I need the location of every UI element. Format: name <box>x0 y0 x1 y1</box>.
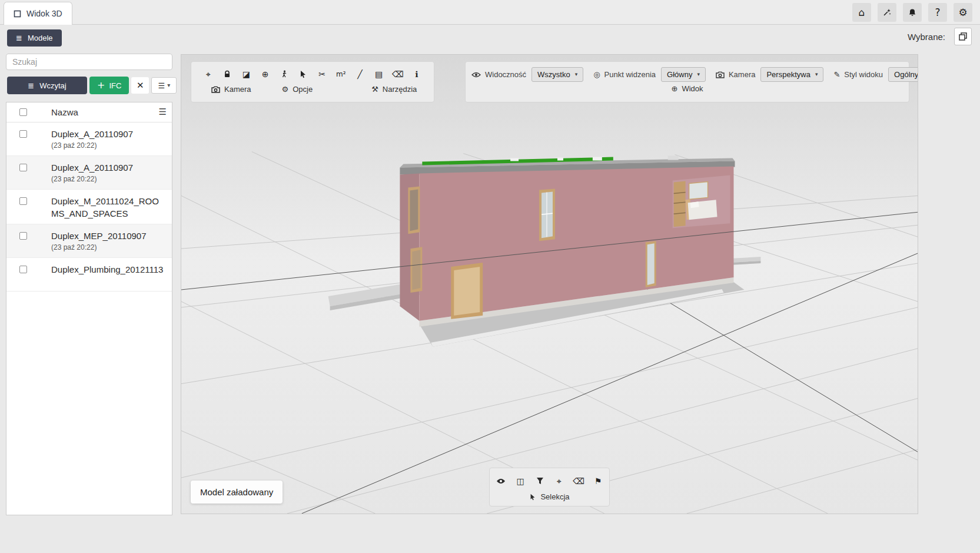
model-checkbox[interactable] <box>19 164 27 171</box>
model-checkbox[interactable] <box>19 197 27 205</box>
info-icon[interactable]: ℹ <box>410 67 424 81</box>
select-cursor-icon <box>529 494 536 501</box>
fit-view-icon[interactable]: ⌖ <box>201 67 215 81</box>
list-options-button[interactable]: ☰ ▾ <box>151 77 177 94</box>
model-row[interactable]: Duplex_M_20111024_ROOMS_AND_SPACES <box>6 190 172 224</box>
help-icon: ? <box>935 8 940 18</box>
settings-button[interactable]: ⚙ <box>954 3 972 22</box>
hide-objects-icon[interactable]: ◪ <box>239 67 253 81</box>
selection-icon-row: ◫ ⌖ ⌫ ⚑ <box>490 473 609 488</box>
notifications-button[interactable] <box>903 3 922 22</box>
model-row[interactable]: Duplex_A_20110907 (23 paź 20:22) <box>6 122 172 156</box>
model-name: Duplex_A_20110907 <box>51 128 164 140</box>
eye-icon <box>471 71 481 78</box>
chevron-down-icon: ▾ <box>575 72 578 77</box>
distance-measure-icon[interactable]: ╱ <box>353 67 367 81</box>
camera-menu[interactable]: Kamera <box>211 85 251 94</box>
camera-dropdown[interactable]: Perspektywa ▾ <box>760 67 823 82</box>
chevron-down-icon: ▾ <box>167 82 170 88</box>
scene-3d-canvas[interactable] <box>181 55 918 514</box>
search-input[interactable] <box>6 54 172 70</box>
first-person-icon[interactable] <box>277 67 291 81</box>
clear-selection-icon[interactable]: ⌫ <box>573 474 584 488</box>
model-name: Duplex_Plumbing_20121113 <box>51 263 164 276</box>
model-info: Duplex_M_20111024_ROOMS_AND_SPACES <box>51 195 164 220</box>
gear-icon: ⚙ <box>282 85 289 93</box>
lock-icon[interactable] <box>220 67 234 81</box>
view-style-dropdown[interactable]: Ogólny ▾ <box>888 67 918 82</box>
model-row[interactable]: Duplex_A_20110907 (23 paź 20:22) <box>6 156 172 190</box>
selection-panel: ◫ ⌖ ⌫ ⚑ Selekcja <box>489 468 610 506</box>
model-row[interactable]: Duplex_Plumbing_20121113 <box>6 258 172 292</box>
orbit-icon[interactable]: ⊕ <box>258 67 273 81</box>
viewpoint-dropdown[interactable]: Główny ▾ <box>661 67 706 82</box>
home-button[interactable]: ⌂ <box>852 3 871 22</box>
magic-wand-button[interactable] <box>878 3 896 22</box>
section-plane-icon[interactable]: ▤ <box>372 67 386 81</box>
select-all-checkbox[interactable] <box>19 108 27 116</box>
model-checkbox[interactable] <box>19 130 27 138</box>
tools-icon-row: ⌖ ◪ ⊕ ✂ m² ╱ ▤ ⌫ ℹ <box>197 66 428 82</box>
load-button-label: Wczytaj <box>39 81 67 90</box>
cut-icon[interactable]: ✂ <box>315 67 329 81</box>
viewport-3d[interactable]: ⌖ ◪ ⊕ ✂ m² ╱ ▤ ⌫ ℹ Kamera ⚙ <box>181 54 918 514</box>
camera-icon <box>211 86 220 93</box>
sidebar-actions: ≣ Wczytaj + IFC ✕ ☰ ▾ <box>7 77 177 94</box>
viewpoint-label: ◎ Punkt widzenia <box>593 70 656 79</box>
model-checkbox[interactable] <box>19 232 27 240</box>
visibility-toggle-icon[interactable] <box>496 474 506 488</box>
model-info: Duplex_A_20110907 (23 paź 20:22) <box>51 128 164 150</box>
visibility-dropdown[interactable]: Wszystko ▾ <box>531 67 583 82</box>
home-icon: ⌂ <box>859 8 865 18</box>
load-button[interactable]: ≣ Wczytaj <box>7 77 87 94</box>
tab-bar: Widok 3D ⌂ ? ⚙ <box>0 0 980 25</box>
section-box-icon[interactable]: ◫ <box>515 474 526 488</box>
top-bar: ≣ Modele Wybrane: <box>0 25 980 53</box>
selection-menu[interactable]: Selekcja <box>490 492 609 501</box>
models-button[interactable]: ≣ Modele <box>7 29 62 47</box>
model-info: Duplex_A_20110907 (23 paź 20:22) <box>51 161 164 183</box>
gear-icon: ⚙ <box>958 8 967 18</box>
add-ifc-button[interactable]: + IFC <box>89 77 129 94</box>
model-name: Duplex_A_20110907 <box>51 161 164 174</box>
models-table: Nazwa ☰ Duplex_A_20110907 (23 paź 20:22)… <box>6 102 172 515</box>
status-toast: Model załadowany <box>191 481 283 504</box>
filter-icon[interactable] <box>534 474 545 488</box>
model-checkbox[interactable] <box>19 266 27 273</box>
window-front-2 <box>646 241 656 287</box>
tab-widok-3d[interactable]: Widok 3D <box>4 2 72 25</box>
help-button[interactable]: ? <box>928 3 947 22</box>
zoom-to-selection-icon[interactable]: ⌖ <box>554 474 564 488</box>
restore-window-button[interactable] <box>954 28 972 45</box>
close-button[interactable]: ✕ <box>131 77 149 94</box>
view-menu[interactable]: ⊕ Widok <box>471 84 903 93</box>
save-view-icon[interactable]: ⚑ <box>593 474 603 488</box>
globe-icon: ⊕ <box>671 85 677 92</box>
pencil-icon: ✎ <box>833 71 840 78</box>
tools-menu[interactable]: ⚒ Narzędzia <box>371 85 417 94</box>
clear-measure-icon[interactable]: ⌫ <box>391 67 405 81</box>
column-header-nazwa: Nazwa <box>51 107 78 117</box>
bell-icon <box>908 8 916 16</box>
magic-wand-icon <box>883 8 891 16</box>
models-table-header: Nazwa ☰ <box>6 102 172 122</box>
select-cursor-icon[interactable] <box>296 67 310 81</box>
list-icon: ≣ <box>16 34 22 42</box>
model-name: Duplex_MEP_20110907 <box>51 230 164 242</box>
column-menu-icon[interactable]: ☰ <box>159 108 167 117</box>
chevron-down-icon: ▾ <box>815 72 818 77</box>
camera-label: Kamera <box>716 70 756 79</box>
hamburger-icon: ☰ <box>158 82 165 90</box>
restore-window-icon <box>958 32 968 41</box>
camera-icon <box>716 71 725 78</box>
target-icon: ◎ <box>593 71 600 78</box>
model-date: (23 paź 20:22) <box>51 175 164 183</box>
header-actions: ⌂ ? ⚙ <box>852 3 972 22</box>
window-icon <box>14 10 21 18</box>
tools-group-row: Kamera ⚙ Opcje ⚒ Narzędzia <box>197 85 428 94</box>
area-measure-icon[interactable]: m² <box>334 67 348 81</box>
options-menu[interactable]: ⚙ Opcje <box>282 85 313 94</box>
view-style-label: ✎ Styl widoku <box>833 70 883 79</box>
window-front-1 <box>539 188 555 241</box>
model-row[interactable]: Duplex_MEP_20110907 (23 paź 20:22) <box>6 224 172 258</box>
